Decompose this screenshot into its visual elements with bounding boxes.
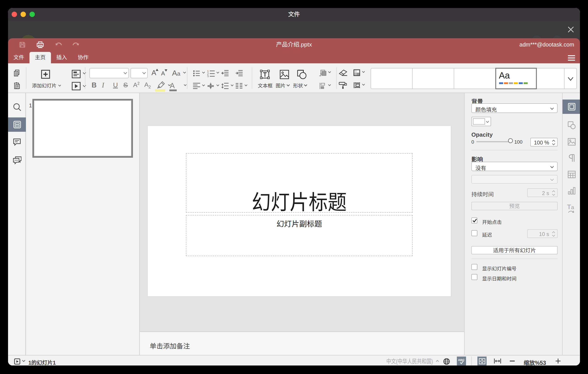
svg-text:ABC: ABC xyxy=(458,358,465,362)
svg-text:3: 3 xyxy=(207,75,209,77)
